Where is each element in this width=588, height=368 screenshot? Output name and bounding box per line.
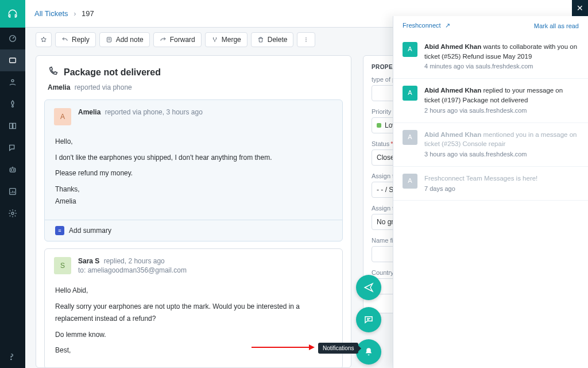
breadcrumb[interactable]: All Tickets › 197: [34, 9, 94, 18]
notification-drawer: Freshconnect ↗ Mark all as read AAbid Ah…: [393, 16, 588, 368]
notifications-tooltip: Notifications: [318, 343, 358, 354]
fab-chat[interactable]: [356, 307, 381, 332]
nav-chat[interactable]: [0, 137, 25, 159]
notification-item[interactable]: AAbid Ahmed Khan mentioned you in a mess…: [393, 123, 588, 167]
msg-line: Please refund my money.: [55, 167, 332, 180]
delete-button[interactable]: Delete: [251, 32, 294, 47]
nav-reports[interactable]: [0, 181, 25, 202]
msg-line-part: Amelia: [55, 197, 76, 205]
sidebar: [0, 0, 25, 368]
external-link-icon: ↗: [445, 22, 450, 29]
nav-contacts[interactable]: [0, 71, 25, 93]
svg-point-11: [306, 37, 307, 39]
svg-point-12: [306, 39, 307, 40]
avatar: S: [54, 257, 71, 274]
forward-label: Forward: [170, 36, 195, 44]
star-icon: [40, 36, 47, 43]
avatar: A: [403, 174, 417, 189]
nav-bot[interactable]: [0, 159, 25, 181]
brand-logo[interactable]: [0, 0, 25, 28]
nav-kb[interactable]: [0, 115, 25, 137]
mark-all-read-button[interactable]: Mark all as read: [534, 22, 579, 29]
notification-list[interactable]: AAbid Ahmed Khan wants to collaborate wi…: [393, 35, 588, 368]
msg-line: Hello,: [55, 136, 332, 148]
notification-item[interactable]: AFreshconnect Team Messages is here!7 da…: [393, 167, 588, 201]
ticket-title: Package not delivered: [64, 67, 161, 78]
msg-meta: reported via phone, 3 hours ago: [105, 108, 203, 116]
reply-icon: [61, 36, 68, 43]
chevron-right-icon: ›: [74, 9, 76, 18]
breadcrumb-current: 197: [82, 9, 94, 18]
notification-actor: Abid Ahmed Khan: [424, 43, 483, 50]
reply-label: Reply: [72, 36, 90, 44]
merge-icon: [211, 36, 218, 43]
note-icon: [106, 36, 113, 43]
close-drawer-button[interactable]: ✕: [572, 0, 588, 16]
msg-line: Do lemme know.: [55, 329, 332, 342]
drawer-title-text: Freshconnect: [403, 22, 441, 29]
ticket-sheet: Package not delivered Amelia reported vi…: [36, 55, 351, 368]
add-note-button[interactable]: Add note: [99, 32, 150, 47]
notification-time: 3 hours ago via sauls.freshdesk.com: [424, 150, 579, 159]
star-button[interactable]: [36, 32, 52, 47]
svg-rect-1: [10, 58, 16, 63]
svg-point-6: [13, 170, 14, 170]
msg-line: I don't like the earphones you shipped, …: [55, 152, 332, 164]
svg-point-13: [306, 41, 307, 42]
add-summary-label: Add summary: [69, 227, 111, 235]
ticket-toolbar: Reply Add note Forward Merge Delete: [36, 32, 315, 47]
nav-tickets[interactable]: [0, 49, 25, 71]
msg-line: Best,: [55, 344, 332, 357]
fab-send[interactable]: [356, 275, 381, 300]
nav-settings[interactable]: [0, 202, 25, 224]
avatar: A: [403, 42, 417, 57]
drawer-title[interactable]: Freshconnect ↗: [403, 22, 450, 29]
priority-dot-icon: [377, 123, 381, 128]
more-button[interactable]: [297, 32, 315, 47]
merge-label: Merge: [222, 36, 241, 44]
notification-text: Freshconnect Team Messages is here!: [424, 174, 579, 183]
phone-icon: [48, 66, 58, 79]
svg-point-3: [12, 106, 14, 108]
message-customer: A Amelia reported via phone, 3 hours ago…: [44, 99, 343, 241]
notification-text: Abid Ahmed Khan replied to your message …: [424, 86, 579, 105]
avatar: A: [54, 108, 71, 125]
trash-icon: [257, 36, 264, 43]
msg-meta: replied, 2 hours ago: [104, 257, 165, 265]
reply-button[interactable]: Reply: [55, 32, 96, 47]
notification-item[interactable]: AAbid Ahmed Khan replied to your message…: [393, 79, 588, 122]
merge-button[interactable]: Merge: [205, 32, 247, 47]
notification-time: 7 days ago: [424, 185, 579, 194]
msg-line: Really sorry your earphones are not upto…: [55, 301, 332, 325]
close-icon: ✕: [577, 3, 583, 13]
msg-line-part: Thanks,: [55, 185, 80, 193]
notification-time: 4 minutes ago via sauls.freshdesk.com: [424, 62, 579, 71]
msg-body: Hello Abid, Really sorry your earphones …: [45, 282, 342, 368]
msg-body: Hello, I don't like the earphones you sh…: [45, 133, 342, 220]
notification-actor: Abid Ahmed Khan: [424, 131, 483, 138]
forward-button[interactable]: Forward: [153, 32, 202, 47]
notification-text: Abid Ahmed Khan wants to collaborate wit…: [424, 42, 579, 61]
fab-notifications[interactable]: [356, 339, 381, 365]
field-label-text: Status: [372, 140, 389, 147]
msg-to: to: ameliagoodman356@gmail.com: [78, 266, 187, 274]
svg-point-5: [11, 170, 11, 170]
notification-actor: Abid Ahmed Khan: [424, 87, 483, 94]
ticket-subtitle: Amelia reported via phone: [36, 83, 351, 99]
msg-author: Amelia: [78, 108, 100, 116]
nav-solutions[interactable]: [0, 93, 25, 115]
reporter-tail: reported via phone: [75, 83, 132, 91]
breadcrumb-root[interactable]: All Tickets: [34, 9, 68, 18]
delete-label: Delete: [268, 36, 288, 44]
nav-dashboard[interactable]: [0, 28, 25, 49]
nav-help[interactable]: [0, 346, 25, 368]
notification-item[interactable]: AAbid Ahmed Khan wants to collaborate wi…: [393, 35, 588, 79]
notification-text: Abid Ahmed Khan mentioned you in a messa…: [424, 130, 579, 149]
bell-icon: [363, 347, 374, 357]
chat-icon: [363, 315, 374, 325]
svg-point-8: [11, 212, 14, 214]
notification-time: 2 hours ago via sauls.freshdesk.com: [424, 106, 579, 116]
add-summary-button[interactable]: ≡ Add summary: [45, 220, 342, 241]
send-icon: [363, 282, 374, 293]
fab-column: [356, 275, 382, 365]
